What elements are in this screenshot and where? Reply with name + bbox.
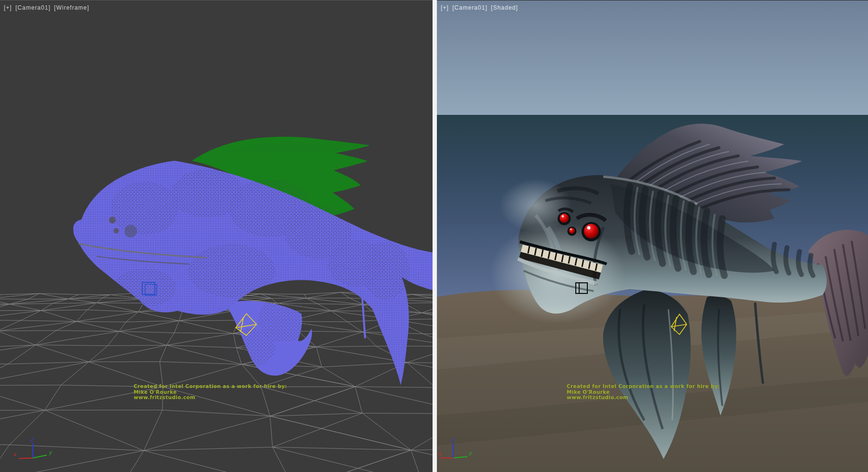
viewport-menu-shading[interactable]: [Wireframe] (54, 4, 89, 11)
viewport-label-wireframe: [+] [Camera01] [Wireframe] (4, 4, 91, 11)
viewport-label-shaded: [+] [Camera01] [Shaded] (441, 4, 519, 11)
annotation-text-shaded: Created for Intel Corporation as a work … (567, 384, 720, 401)
annotation-line-1: Created for Intel Corporation as a work … (567, 384, 720, 389)
viewport-menu-shading[interactable]: [Shaded] (491, 4, 518, 11)
annotation-line-3: www.fritzstudio.com (567, 395, 720, 401)
eye-specular-3 (570, 229, 572, 230)
viewport-menu-pov[interactable]: [Camera01] (452, 4, 488, 11)
axis-y-label: y (49, 449, 53, 456)
eye-large-red (584, 224, 598, 238)
viewport-splitter[interactable] (433, 0, 437, 472)
world-axis-gizmo: x z y (13, 436, 53, 458)
annotation-line-3: www.fritzstudio.com (134, 395, 287, 401)
annotation-line-1: Created for Intel Corporation as a work … (134, 384, 287, 389)
split-viewport-stage: x z y [+] [Camera01] [Wireframe] Created… (0, 0, 868, 472)
viewport-wireframe[interactable]: x z y [+] [Camera01] [Wireframe] Created… (0, 0, 433, 472)
eye-tiny-red (569, 228, 575, 234)
sky (437, 0, 868, 115)
fish-model-wireframe[interactable] (73, 137, 433, 385)
shaded-scene: x z y (437, 0, 868, 472)
axis-z-label: z (30, 436, 34, 443)
viewport-shaded[interactable]: x z y [+] [Camera01] [Shaded] Created fo… (437, 0, 868, 472)
ground-grid[interactable] (0, 292, 433, 472)
viewport-menu-general[interactable]: [+] (441, 4, 449, 11)
wireframe-scene: x z y (0, 0, 433, 472)
eye-specular-2 (562, 215, 564, 217)
viewport-menu-pov[interactable]: [Camera01] (15, 4, 51, 11)
eye-small-red (560, 214, 569, 223)
fish-eye-spot-small (114, 228, 119, 234)
eye-specular (587, 226, 591, 230)
viewport-menu-general[interactable]: [+] (4, 4, 12, 11)
axis-x-label: x (13, 451, 17, 458)
fish-eye-spot (109, 217, 116, 223)
fish-eye-large-shade (124, 225, 137, 237)
annotation-text: Created for Intel Corporation as a work … (134, 384, 287, 401)
